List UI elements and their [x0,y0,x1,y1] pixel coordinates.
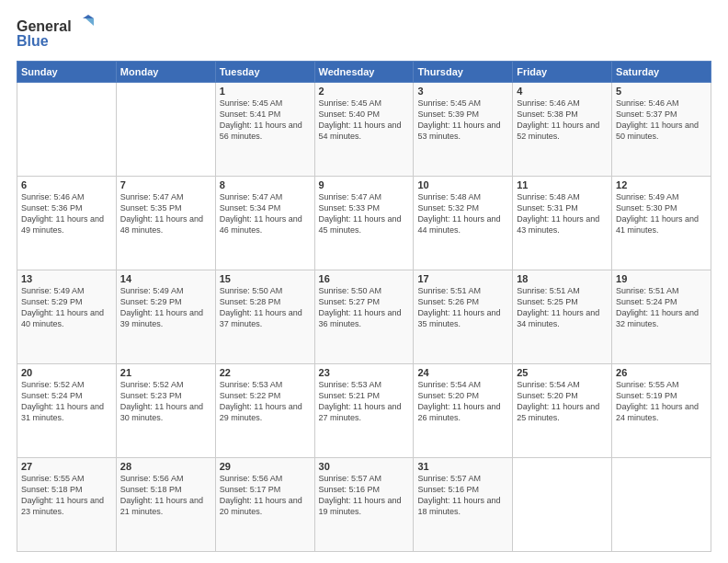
day-number: 27 [21,461,112,472]
svg-marker-3 [85,18,94,26]
week-row-1: 1Sunrise: 5:45 AM Sunset: 5:41 PM Daylig… [17,83,711,177]
day-number: 23 [319,367,410,378]
day-number: 10 [417,179,508,190]
day-header-tuesday: Tuesday [215,62,314,83]
day-info: Sunrise: 5:48 AM Sunset: 5:31 PM Dayligh… [517,191,608,236]
day-info: Sunrise: 5:50 AM Sunset: 5:27 PM Dayligh… [319,285,410,330]
calendar-cell: 31Sunrise: 5:57 AM Sunset: 5:16 PM Dayli… [414,458,513,552]
day-number: 1 [220,86,311,97]
day-number: 20 [21,367,112,378]
day-info: Sunrise: 5:51 AM Sunset: 5:24 PM Dayligh… [616,285,707,330]
week-row-2: 6Sunrise: 5:46 AM Sunset: 5:36 PM Daylig… [17,177,711,270]
day-header-monday: Monday [116,62,215,83]
calendar-cell: 22Sunrise: 5:53 AM Sunset: 5:22 PM Dayli… [215,364,314,458]
day-number: 25 [517,367,608,378]
day-number: 19 [616,273,707,284]
day-info: Sunrise: 5:51 AM Sunset: 5:26 PM Dayligh… [417,285,508,330]
calendar-cell: 21Sunrise: 5:52 AM Sunset: 5:23 PM Dayli… [116,364,215,458]
svg-text:General: General [17,18,72,34]
day-info: Sunrise: 5:57 AM Sunset: 5:16 PM Dayligh… [319,473,410,518]
day-number: 15 [220,273,311,284]
day-info: Sunrise: 5:47 AM Sunset: 5:33 PM Dayligh… [319,191,410,236]
calendar-cell: 9Sunrise: 5:47 AM Sunset: 5:33 PM Daylig… [314,177,414,270]
calendar-cell: 24Sunrise: 5:54 AM Sunset: 5:20 PM Dayli… [414,364,513,458]
day-number: 7 [120,179,211,190]
day-info: Sunrise: 5:46 AM Sunset: 5:36 PM Dayligh… [21,191,112,236]
week-row-5: 27Sunrise: 5:55 AM Sunset: 5:18 PM Dayli… [17,458,711,552]
day-info: Sunrise: 5:49 AM Sunset: 5:29 PM Dayligh… [21,285,112,330]
logo: GeneralBlue [17,15,99,52]
calendar-cell: 29Sunrise: 5:56 AM Sunset: 5:17 PM Dayli… [215,458,314,552]
calendar-cell: 27Sunrise: 5:55 AM Sunset: 5:18 PM Dayli… [17,458,117,552]
day-number: 17 [417,273,508,284]
day-number: 9 [319,179,410,190]
calendar-cell: 25Sunrise: 5:54 AM Sunset: 5:20 PM Dayli… [513,364,612,458]
day-info: Sunrise: 5:47 AM Sunset: 5:34 PM Dayligh… [220,191,311,236]
calendar-cell: 23Sunrise: 5:53 AM Sunset: 5:21 PM Dayli… [314,364,414,458]
day-number: 4 [517,86,608,97]
calendar-header-row: SundayMondayTuesdayWednesdayThursdayFrid… [17,62,711,83]
calendar-cell: 7Sunrise: 5:47 AM Sunset: 5:35 PM Daylig… [116,177,215,270]
day-number: 12 [616,179,707,190]
day-info: Sunrise: 5:46 AM Sunset: 5:38 PM Dayligh… [517,98,608,143]
day-info: Sunrise: 5:48 AM Sunset: 5:32 PM Dayligh… [417,191,508,236]
day-number: 22 [220,367,311,378]
day-header-thursday: Thursday [414,62,513,83]
day-number: 21 [120,367,211,378]
header: GeneralBlue [17,15,711,52]
day-number: 13 [21,273,112,284]
calendar-cell: 19Sunrise: 5:51 AM Sunset: 5:24 PM Dayli… [612,270,711,364]
calendar-cell: 17Sunrise: 5:51 AM Sunset: 5:26 PM Dayli… [414,270,513,364]
day-number: 16 [319,273,410,284]
day-header-wednesday: Wednesday [314,62,414,83]
calendar-cell: 1Sunrise: 5:45 AM Sunset: 5:41 PM Daylig… [215,83,314,177]
calendar-cell: 10Sunrise: 5:48 AM Sunset: 5:32 PM Dayli… [414,177,513,270]
day-info: Sunrise: 5:45 AM Sunset: 5:41 PM Dayligh… [220,98,311,143]
day-number: 18 [517,273,608,284]
calendar-cell: 14Sunrise: 5:49 AM Sunset: 5:29 PM Dayli… [116,270,215,364]
svg-text:Blue: Blue [17,33,49,49]
day-info: Sunrise: 5:46 AM Sunset: 5:37 PM Dayligh… [616,98,707,143]
day-info: Sunrise: 5:49 AM Sunset: 5:29 PM Dayligh… [120,285,211,330]
calendar-cell: 8Sunrise: 5:47 AM Sunset: 5:34 PM Daylig… [215,177,314,270]
calendar-cell: 12Sunrise: 5:49 AM Sunset: 5:30 PM Dayli… [612,177,711,270]
day-number: 5 [616,86,707,97]
day-header-saturday: Saturday [612,62,711,83]
calendar-cell: 13Sunrise: 5:49 AM Sunset: 5:29 PM Dayli… [17,270,117,364]
day-number: 24 [417,367,508,378]
day-info: Sunrise: 5:52 AM Sunset: 5:24 PM Dayligh… [21,379,112,424]
day-info: Sunrise: 5:54 AM Sunset: 5:20 PM Dayligh… [417,379,508,424]
day-number: 2 [319,86,410,97]
calendar-cell: 4Sunrise: 5:46 AM Sunset: 5:38 PM Daylig… [513,83,612,177]
svg-marker-2 [83,15,94,18]
logo-svg: GeneralBlue [17,15,99,52]
calendar-cell [612,458,711,552]
calendar-cell: 20Sunrise: 5:52 AM Sunset: 5:24 PM Dayli… [17,364,117,458]
day-info: Sunrise: 5:55 AM Sunset: 5:19 PM Dayligh… [616,379,707,424]
day-info: Sunrise: 5:53 AM Sunset: 5:22 PM Dayligh… [220,379,311,424]
day-info: Sunrise: 5:49 AM Sunset: 5:30 PM Dayligh… [616,191,707,236]
calendar-cell [116,83,215,177]
calendar-cell: 3Sunrise: 5:45 AM Sunset: 5:39 PM Daylig… [414,83,513,177]
day-info: Sunrise: 5:51 AM Sunset: 5:25 PM Dayligh… [517,285,608,330]
calendar-table: SundayMondayTuesdayWednesdayThursdayFrid… [17,61,711,552]
calendar-cell: 28Sunrise: 5:56 AM Sunset: 5:18 PM Dayli… [116,458,215,552]
day-number: 8 [220,179,311,190]
calendar-cell: 26Sunrise: 5:55 AM Sunset: 5:19 PM Dayli… [612,364,711,458]
day-info: Sunrise: 5:45 AM Sunset: 5:40 PM Dayligh… [319,98,410,143]
day-number: 11 [517,179,608,190]
day-number: 30 [319,461,410,472]
day-info: Sunrise: 5:56 AM Sunset: 5:18 PM Dayligh… [120,473,211,518]
calendar-cell [513,458,612,552]
week-row-3: 13Sunrise: 5:49 AM Sunset: 5:29 PM Dayli… [17,270,711,364]
day-info: Sunrise: 5:55 AM Sunset: 5:18 PM Dayligh… [21,473,112,518]
page: GeneralBlue SundayMondayTuesdayWednesday… [0,0,728,563]
day-number: 29 [220,461,311,472]
day-number: 28 [120,461,211,472]
day-number: 3 [417,86,508,97]
day-number: 31 [417,461,508,472]
calendar-cell: 11Sunrise: 5:48 AM Sunset: 5:31 PM Dayli… [513,177,612,270]
day-info: Sunrise: 5:47 AM Sunset: 5:35 PM Dayligh… [120,191,211,236]
day-info: Sunrise: 5:53 AM Sunset: 5:21 PM Dayligh… [319,379,410,424]
calendar-cell: 16Sunrise: 5:50 AM Sunset: 5:27 PM Dayli… [314,270,414,364]
